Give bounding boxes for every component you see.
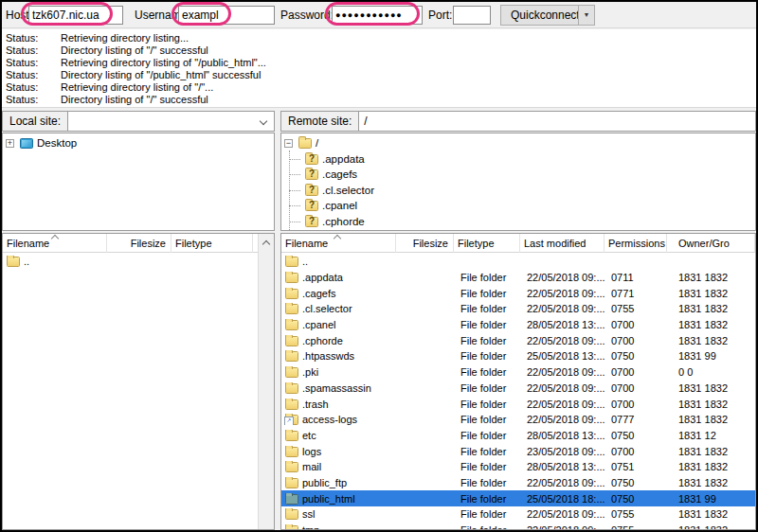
local-site-label: Local site:: [2, 111, 68, 132]
file-owner-group: 1831 1832: [667, 508, 755, 520]
file-row[interactable]: .cphorde File folder 22/05/2018 09:... 0…: [281, 332, 755, 348]
folder-icon: [285, 304, 298, 314]
tree-item[interactable]: .cphorde: [281, 214, 755, 230]
remote-site-pane: Remote site: / − /: [280, 111, 756, 231]
file-type: File folder: [454, 350, 520, 362]
file-row[interactable]: .appdata File folder 22/05/2018 09:... 0…: [281, 270, 755, 286]
folder-icon: [285, 257, 298, 267]
file-last-modified: 28/05/2018 13:...: [520, 319, 605, 330]
tree-item[interactable]: .appdata: [281, 151, 755, 168]
file-last-modified: 22/05/2018 09:...: [520, 366, 605, 378]
tree-item[interactable]: + Desktop: [3, 135, 274, 151]
file-permissions: 0750: [605, 430, 667, 441]
folder-icon: [285, 525, 298, 529]
file-last-modified: 28/05/2018 13:...: [520, 461, 605, 472]
file-row[interactable]: logs File folder 23/05/2018 09:... 0700 …: [281, 443, 755, 459]
file-name: .appdata: [302, 272, 343, 283]
file-row[interactable]: tmp File folder 22/05/2018 09:... 0755 1…: [281, 523, 755, 529]
status-line: Status:Directory listing of "/public_htm…: [2, 69, 756, 81]
status-line: Status:Directory listing of "/" successf…: [2, 94, 756, 106]
local-site-combobox[interactable]: [67, 111, 275, 132]
folder-icon: [285, 320, 298, 330]
file-type: File folder: [454, 366, 520, 378]
column-header-owner-group[interactable]: Owner/Gro: [667, 234, 755, 253]
quickconnect-button[interactable]: Quickconnect: [500, 5, 590, 26]
file-owner-group: 1831 1832: [667, 461, 755, 472]
file-row[interactable]: .htpasswds File folder 25/05/2018 13:...…: [281, 348, 755, 364]
file-row[interactable]: .cagefs File folder 22/05/2018 09:... 07…: [281, 285, 755, 301]
file-permissions: 0700: [605, 335, 667, 346]
tree-item[interactable]: [281, 229, 755, 231]
tree-expander-icon[interactable]: −: [284, 139, 293, 148]
password-input[interactable]: [332, 6, 423, 25]
folder-icon: [285, 367, 298, 378]
file-row[interactable]: .cl.selector File folder 22/05/2018 09:.…: [281, 301, 755, 317]
file-name: etc: [302, 430, 316, 441]
tree-item-label: .cphorde: [322, 216, 365, 227]
file-row[interactable]: .pki File folder 22/05/2018 09:... 0700 …: [281, 364, 755, 381]
file-permissions: 0750: [605, 493, 667, 505]
column-header-filetype[interactable]: Filetype: [171, 234, 253, 253]
file-row[interactable]: .spamassassin File folder 22/05/2018 09:…: [281, 381, 755, 397]
port-input[interactable]: [453, 6, 491, 25]
file-name: .cagefs: [302, 288, 335, 299]
tree-item-label: /: [316, 137, 318, 149]
file-last-modified: 22/05/2018 09:...: [520, 414, 605, 425]
file-row[interactable]: ..: [281, 254, 755, 270]
file-last-modified: 22/05/2018 09:...: [520, 382, 605, 394]
file-name: .htpasswds: [302, 350, 354, 362]
column-header-permissions[interactable]: Permissions: [605, 234, 667, 253]
column-header-last-modified[interactable]: Last modified: [520, 234, 605, 253]
file-row[interactable]: .trash File folder 22/05/2018 09:... 070…: [281, 396, 755, 412]
file-permissions: 0750: [605, 350, 667, 362]
status-message: Directory listing of "/" successful: [61, 94, 208, 105]
file-last-modified: 23/05/2018 09:...: [520, 446, 605, 457]
file-last-modified: 28/05/2018 13:...: [520, 430, 605, 441]
file-row[interactable]: etc File folder 28/05/2018 13:... 0750 1…: [281, 428, 755, 444]
column-header-filesize[interactable]: Filesize: [107, 234, 171, 253]
file-name: .cpanel: [302, 319, 335, 330]
file-type: File folder: [454, 335, 520, 346]
file-name: public_html: [302, 493, 355, 505]
tree-item[interactable]: .cagefs: [281, 167, 755, 183]
file-owner-group: 1831 99: [667, 350, 755, 362]
status-label: Status:: [2, 69, 61, 81]
file-owner-group: 0 0: [667, 366, 755, 378]
file-type: File folder: [454, 493, 520, 505]
folder-icon: [285, 336, 298, 346]
quickconnect-dropdown-arrow-icon[interactable]: ▼: [578, 5, 595, 26]
status-message: Retrieving directory listing of "/public…: [61, 57, 266, 68]
scroll-up-arrow-icon[interactable]: [259, 234, 274, 250]
status-line: Status:Directory listing of "/" successf…: [2, 44, 756, 57]
remote-site-combobox[interactable]: /: [358, 111, 756, 132]
tree-item-label: .cagefs: [322, 168, 357, 180]
file-row[interactable]: .cpanel File folder 28/05/2018 13:... 07…: [281, 317, 755, 333]
password-label: Password:: [280, 2, 334, 28]
tree-item[interactable]: .cpanel: [281, 198, 755, 214]
file-name: ..: [24, 256, 29, 267]
tree-item-label: Desktop: [37, 137, 77, 149]
chevron-down-icon[interactable]: [260, 117, 267, 125]
file-row[interactable]: mail File folder 28/05/2018 13:... 0751 …: [281, 459, 755, 475]
file-row[interactable]: ssl File folder 22/05/2018 09:... 0755 1…: [281, 506, 755, 523]
username-input[interactable]: [178, 6, 275, 25]
file-row[interactable]: public_ftp File folder 22/05/2018 09:...…: [281, 475, 755, 491]
file-row[interactable]: access-logs File folder 22/05/2018 09:..…: [281, 412, 755, 428]
tree-item[interactable]: .cl.selector: [281, 183, 755, 199]
folder-icon: [298, 138, 312, 149]
tree-expander-icon[interactable]: +: [6, 139, 14, 148]
file-type: File folder: [454, 288, 520, 299]
tree-item[interactable]: − /: [281, 135, 755, 151]
host-input[interactable]: [28, 6, 123, 25]
folder-icon: [285, 462, 298, 472]
file-name: .cl.selector: [302, 303, 352, 314]
file-row[interactable]: ..: [3, 254, 258, 270]
vertical-scrollbar[interactable]: [258, 234, 274, 529]
status-label: Status:: [2, 81, 61, 94]
file-row[interactable]: public_html File folder 25/05/2018 18:..…: [281, 490, 755, 506]
file-type: File folder: [454, 399, 520, 410]
column-header-filetype[interactable]: Filetype: [454, 234, 520, 253]
column-header-filesize[interactable]: Filesize: [396, 234, 454, 253]
status-line: Status:Retrieving directory listing of "…: [2, 57, 756, 69]
file-type: File folder: [454, 446, 520, 457]
